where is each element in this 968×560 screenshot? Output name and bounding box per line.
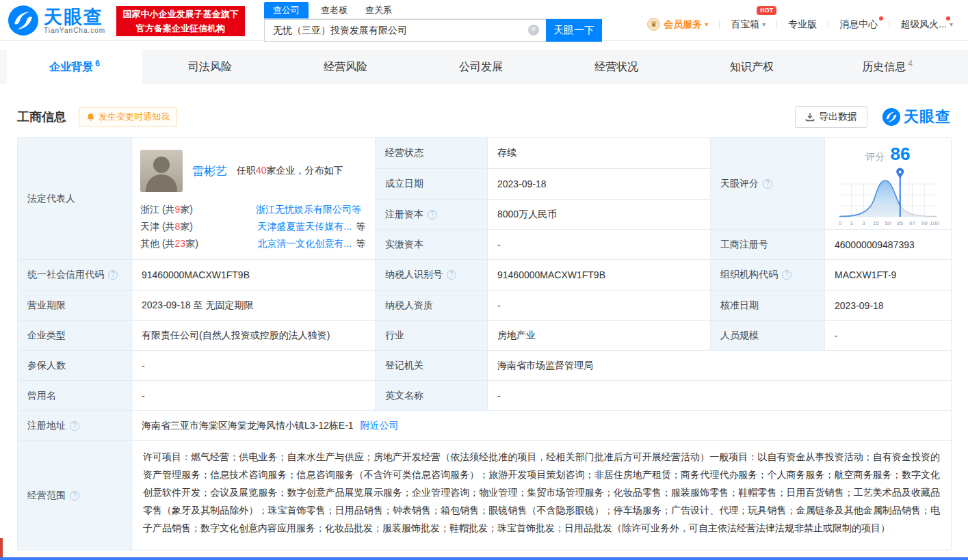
help-icon[interactable]: ? bbox=[70, 421, 79, 431]
nav-message-center[interactable]: 消息中心 bbox=[837, 18, 880, 31]
top-nav: ♛ 会员服务 ▾ HOT 百宝箱 ▾ 专业版 消息中心 超级风火... ▾ bbox=[644, 18, 956, 31]
taxpayer-id-label-cell: 纳税人识别号? bbox=[376, 260, 488, 291]
reg-address-label-cell: 注册地址? bbox=[18, 411, 132, 441]
svg-text:100: 100 bbox=[930, 220, 939, 226]
tab-judicial-risk[interactable]: 司法风险 bbox=[142, 50, 278, 84]
former-name-label-cell: 曾用名 bbox=[18, 381, 132, 411]
nav-member-services[interactable]: ♛ 会员服务 ▾ bbox=[644, 18, 711, 31]
left-edge-banner bbox=[0, 538, 3, 557]
svg-text:50: 50 bbox=[885, 220, 891, 226]
tab-company-development[interactable]: 公司发展 bbox=[413, 50, 549, 84]
credit-code-label-cell: 统一社会信用代码? bbox=[18, 260, 132, 291]
legal-rep-label-cell: 法定代表人 bbox=[18, 138, 132, 260]
help-icon[interactable]: ? bbox=[782, 270, 792, 280]
search-area: 查公司 查老板 查关系 × 天眼一下 bbox=[264, 3, 602, 42]
company-type-value-cell: 有限责任公司(自然人投资或控股的法人独资) bbox=[132, 321, 376, 351]
org-code-value-cell: MACXW1FT-9 bbox=[825, 260, 952, 291]
reg-address-value-cell: 海南省三亚市海棠区海棠龙海风情小镇L3-12栋E-1 附近公司 bbox=[132, 411, 952, 441]
search-button[interactable]: 天眼一下 bbox=[546, 19, 602, 42]
english-name-label-cell: 英文名称 bbox=[376, 381, 488, 411]
svg-text:3: 3 bbox=[862, 220, 865, 226]
tianyancha-logo-icon bbox=[8, 5, 38, 36]
section-title: 工商信息 bbox=[17, 109, 66, 125]
help-icon[interactable]: ? bbox=[108, 270, 118, 280]
score-label-cell: 天眼评分? bbox=[711, 138, 825, 230]
company-type-label-cell: 企业类型 bbox=[18, 321, 132, 351]
nav-divider bbox=[776, 20, 777, 29]
taxpayer-quality-value-cell: - bbox=[488, 291, 711, 321]
tab-history-info[interactable]: 历史信息4 bbox=[820, 50, 955, 84]
english-name-value-cell: - bbox=[488, 381, 952, 411]
est-date-value-cell: 2023-09-18 bbox=[488, 169, 711, 200]
chevron-down-icon: ▾ bbox=[950, 21, 953, 28]
score-caption: 评分 bbox=[866, 151, 885, 163]
region-label[interactable]: 浙江 (共9家) bbox=[140, 204, 248, 216]
nav-toolbox[interactable]: HOT 百宝箱 ▾ bbox=[728, 18, 768, 31]
svg-text:0: 0 bbox=[839, 220, 842, 226]
svg-text:1: 1 bbox=[850, 220, 853, 226]
paid-capital-value-cell: - bbox=[488, 230, 711, 260]
tab-company-background[interactable]: 企业背景6 bbox=[7, 50, 142, 84]
notification-dot bbox=[946, 16, 950, 21]
help-icon[interactable]: ? bbox=[763, 179, 772, 189]
nav-divider bbox=[828, 20, 828, 29]
former-name-value-cell: - bbox=[132, 381, 376, 411]
industry-value-cell: 房地产业 bbox=[488, 321, 711, 351]
download-icon bbox=[805, 112, 815, 122]
legal-rep-cell: 雷彬艺 任职40家企业，分布如下 浙江 (共9家) 浙江无忧娱乐有限公司等 天津… bbox=[132, 138, 376, 260]
business-scope-value-cell: 许可项目：燃气经营；供电业务；自来水生产与供应；房地产开发经营（依法须经批准的项… bbox=[132, 441, 952, 550]
reg-number-label-cell: 工商注册号 bbox=[711, 230, 825, 260]
search-tab-company[interactable]: 查公司 bbox=[264, 2, 309, 18]
reg-number-value-cell: 460000009487393 bbox=[825, 230, 952, 260]
notify-on-change-button[interactable]: 发生变更时通知我 bbox=[79, 107, 177, 126]
logo-title: 天眼查 bbox=[44, 8, 105, 27]
nav-divider bbox=[889, 20, 889, 29]
bell-icon bbox=[86, 113, 95, 122]
score-value: 86 bbox=[891, 144, 911, 165]
crown-icon: ♛ bbox=[647, 18, 660, 31]
nav-super-tool[interactable]: 超级风火... ▾ bbox=[898, 18, 956, 31]
business-info-table: 法定代表人 雷彬艺 任职40家企业，分布如下 浙江 (共9家) 浙江无忧娱乐有限… bbox=[17, 137, 951, 550]
distribution-row: 天津 (共8家) 天津盛夏蓝天传媒有... 等 bbox=[140, 218, 365, 235]
legal-rep-serve-text: 任职40家企业，分布如下 bbox=[237, 165, 343, 177]
tab-operating-risk[interactable]: 经营风险 bbox=[278, 50, 413, 84]
company-section-tabs: 企业背景6 司法风险 经营风险 公司发展 经营状况 知识产权 历史信息4 bbox=[0, 50, 968, 84]
legal-rep-photo[interactable] bbox=[140, 150, 183, 192]
svg-text:15: 15 bbox=[873, 220, 879, 226]
business-term-value-cell: 2023-09-18 至 无固定期限 bbox=[132, 291, 376, 321]
nav-professional[interactable]: 专业版 bbox=[785, 18, 820, 31]
search-tabs: 查公司 查老板 查关系 bbox=[264, 3, 602, 19]
region-label[interactable]: 其他 (共23家) bbox=[140, 238, 248, 250]
help-icon[interactable]: ? bbox=[428, 210, 437, 219]
region-label[interactable]: 天津 (共8家) bbox=[140, 221, 248, 233]
logo-domain: TianYanCha.com bbox=[44, 27, 105, 34]
business-scope-label-cell: 经营范围? bbox=[18, 441, 132, 550]
legal-rep-name-link[interactable]: 雷彬艺 bbox=[192, 163, 227, 179]
help-icon[interactable]: ? bbox=[70, 491, 79, 501]
company-link[interactable]: 北京清一文化创意有... bbox=[257, 238, 352, 250]
nearby-companies-link[interactable]: 附近公司 bbox=[361, 420, 399, 432]
company-link[interactable]: 浙江无忧娱乐有限公司等 bbox=[256, 204, 361, 216]
svg-text:85: 85 bbox=[897, 220, 903, 226]
reg-authority-value-cell: 海南省市场监督管理局 bbox=[488, 351, 952, 381]
tianyancha-logo[interactable]: 天眼查 TianYanCha.com bbox=[8, 5, 105, 36]
gov-badge-line1: 国家中小企业发展子基金旗下 bbox=[116, 7, 245, 21]
tab-operating-status[interactable]: 经营状况 bbox=[549, 50, 684, 84]
org-code-label-cell: 组织机构代码? bbox=[711, 260, 825, 291]
company-link[interactable]: 天津盛夏蓝天传媒有... bbox=[257, 221, 352, 233]
help-icon[interactable]: ? bbox=[447, 270, 456, 280]
est-date-label-cell: 成立日期 bbox=[376, 169, 488, 200]
search-tab-boss[interactable]: 查老板 bbox=[321, 2, 348, 18]
approval-date-label-cell: 核准日期 bbox=[711, 291, 825, 321]
search-input[interactable] bbox=[264, 19, 546, 42]
search-tab-relation[interactable]: 查关系 bbox=[365, 2, 392, 18]
business-term-label-cell: 营业期限 bbox=[18, 291, 132, 321]
credit-code-value-cell: 91460000MACXW1FT9B bbox=[132, 260, 376, 291]
tab-intellectual-property[interactable]: 知识产权 bbox=[684, 50, 820, 84]
taxpayer-id-value-cell: 91460000MACXW1FT9B bbox=[488, 260, 711, 291]
status-value-cell: 存续 bbox=[488, 138, 711, 169]
insured-count-label-cell: 参保人数 bbox=[18, 351, 132, 381]
export-data-button[interactable]: 导出数据 bbox=[795, 106, 867, 128]
reg-capital-value-cell: 8000万人民币 bbox=[488, 200, 711, 230]
clear-icon[interactable]: × bbox=[528, 25, 539, 36]
